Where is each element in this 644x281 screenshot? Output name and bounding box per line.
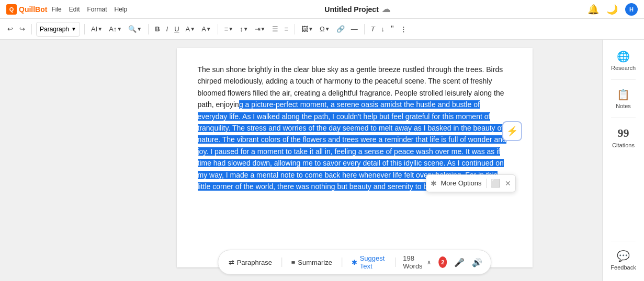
summarize-label: Summarize — [298, 259, 332, 266]
toolbar-sep-4 — [218, 24, 218, 34]
special-char-button[interactable]: Ω ▼ — [318, 22, 332, 37]
main-layout: The sun shone brightly in the clear blue… — [0, 40, 644, 281]
undo-button[interactable]: ↩ — [5, 22, 15, 37]
cloud-icon: ☁ — [382, 4, 390, 14]
speaker-icon[interactable]: 🔊 — [472, 257, 482, 267]
suggest-text-button[interactable]: ✱ Suggest Text — [349, 253, 388, 271]
floating-toolbar-divider — [486, 179, 487, 188]
sidebar-item-citations[interactable]: 99 Citations — [603, 120, 644, 155]
toolbar-sep-6 — [364, 24, 365, 34]
words-count: 198 Words — [403, 254, 425, 270]
toolbar-sep-2 — [84, 24, 85, 34]
image-button[interactable]: 🖼 ▼ — [299, 22, 315, 37]
logo: Q QuillBot — [6, 4, 47, 15]
right-sidebar: 🌐 Research 📋 Notes 99 Citations 💬 Feedba… — [602, 40, 644, 281]
line-spacing-button[interactable]: ↕ ▼ — [238, 22, 250, 37]
highlight-button[interactable]: A ▼ — [199, 22, 213, 37]
avatar[interactable]: H — [625, 3, 638, 16]
ai-button[interactable]: AI ▼ — [89, 22, 105, 37]
quote-button[interactable]: " — [389, 22, 396, 37]
download-button[interactable]: ↓ — [379, 22, 387, 37]
sidebar-item-notes[interactable]: 📋 Notes — [603, 82, 644, 115]
menu-format[interactable]: Format — [87, 6, 107, 13]
toolbar: ↩ ↪ Paragraph ▼ AI ▼ A↑ ▼ 🔍 ▼ B I U A ▼ … — [0, 19, 644, 40]
sidebar-divider-1 — [611, 79, 636, 80]
paragraph-chevron: ▼ — [71, 26, 76, 32]
menu-items: File Edit Format Help — [51, 6, 127, 13]
error-badge[interactable]: 2 — [438, 256, 447, 268]
bold-button[interactable]: B — [153, 22, 162, 37]
suggest-label: Suggest Text — [360, 254, 386, 270]
notification-icon[interactable]: 🔔 — [587, 4, 599, 15]
font-size-button[interactable]: A↑ ▼ — [107, 22, 124, 37]
bottom-toolbar: ⇄ Paraphrase ≡ Summarize ✱ Suggest Text … — [218, 250, 492, 275]
floating-toolbar-icon: ✱ — [431, 178, 437, 189]
menu-edit[interactable]: Edit — [69, 6, 80, 13]
chevron-up-icon[interactable]: ∧ — [427, 259, 431, 266]
floating-toolbar: ✱ More Options ⬜ ✕ — [426, 174, 516, 192]
paragraph-label: Paragraph — [40, 26, 69, 33]
paraphrase-label: Paraphrase — [237, 259, 272, 266]
numbered-list-button[interactable]: ≡ — [283, 22, 291, 37]
indent-button[interactable]: ⇥ ▼ — [253, 22, 268, 37]
bottom-sep-3 — [396, 257, 396, 267]
menu-help[interactable]: Help — [114, 6, 127, 13]
bottom-sep-1 — [281, 257, 282, 267]
dark-mode-icon[interactable]: 🌙 — [606, 4, 618, 15]
logo-icon: Q — [6, 4, 17, 15]
list-button[interactable]: ☰ — [270, 22, 280, 37]
sidebar-item-feedback[interactable]: 💬 Feedback — [603, 243, 644, 277]
more-options-button[interactable]: ⋮ — [398, 22, 409, 37]
feedback-icon: 💬 — [617, 250, 630, 262]
editor-page[interactable]: The sun shone brightly in the clear blue… — [177, 48, 533, 267]
research-label: Research — [611, 65, 636, 71]
citations-label: Citations — [612, 142, 635, 148]
summarize-icon: ≡ — [291, 259, 296, 266]
menu-file[interactable]: File — [51, 6, 61, 13]
more-options-label[interactable]: More Options — [441, 178, 482, 189]
title-center: Untitled Project ☁ — [324, 4, 390, 14]
mic-icon[interactable]: 🎤 — [454, 257, 465, 267]
search-button[interactable]: 🔍 ▼ — [126, 22, 144, 37]
document-title[interactable]: Untitled Project — [324, 5, 378, 14]
citations-icon: 99 — [618, 126, 629, 140]
title-bar: Q QuillBot File Edit Format Help Untitle… — [0, 0, 644, 19]
logo-text: QuillBot — [19, 5, 47, 14]
sidebar-divider-3 — [611, 241, 636, 241]
words-badge: 198 Words ∧ — [403, 254, 431, 270]
italic-button[interactable]: I — [164, 22, 171, 37]
paraphrase-icon: ⇄ — [229, 259, 234, 266]
link-button[interactable]: 🔗 — [334, 22, 347, 37]
editor-container: The sun shone brightly in the clear blue… — [107, 40, 602, 281]
flash-button[interactable]: ⚡ — [502, 121, 522, 141]
paragraph-select[interactable]: Paragraph ▼ — [36, 22, 80, 37]
left-gutter — [0, 40, 107, 281]
notes-icon: 📋 — [617, 88, 630, 101]
sidebar-item-research[interactable]: 🌐 Research — [603, 44, 644, 77]
toolbar-sep-1 — [31, 24, 32, 34]
italic2-button[interactable]: T — [369, 22, 377, 37]
toolbar-sep-5 — [295, 24, 295, 34]
font-color-button[interactable]: A ▼ — [184, 22, 198, 37]
align-button[interactable]: ≡ ▼ — [222, 22, 236, 37]
flash-icon: ⚡ — [506, 124, 518, 139]
dash-button[interactable]: — — [349, 22, 360, 37]
notes-label: Notes — [616, 103, 631, 109]
bottom-sep-2 — [342, 257, 342, 267]
globe-icon: 🌐 — [617, 50, 630, 63]
redo-button[interactable]: ↪ — [17, 22, 27, 37]
title-bar-right: 🔔 🌙 H — [587, 3, 638, 16]
feedback-label: Feedback — [611, 264, 636, 271]
copy-icon[interactable]: ⬜ — [491, 177, 501, 190]
toolbar-sep-3 — [148, 24, 149, 34]
underline-button[interactable]: U — [172, 22, 181, 37]
close-icon[interactable]: ✕ — [505, 178, 511, 189]
sidebar-divider-2 — [611, 118, 636, 118]
title-bar-left: Q QuillBot File Edit Format Help — [6, 4, 127, 15]
suggest-icon: ✱ — [352, 259, 357, 266]
summarize-button[interactable]: ≡ Summarize — [289, 257, 334, 267]
paraphrase-button[interactable]: ⇄ Paraphrase — [227, 257, 274, 267]
